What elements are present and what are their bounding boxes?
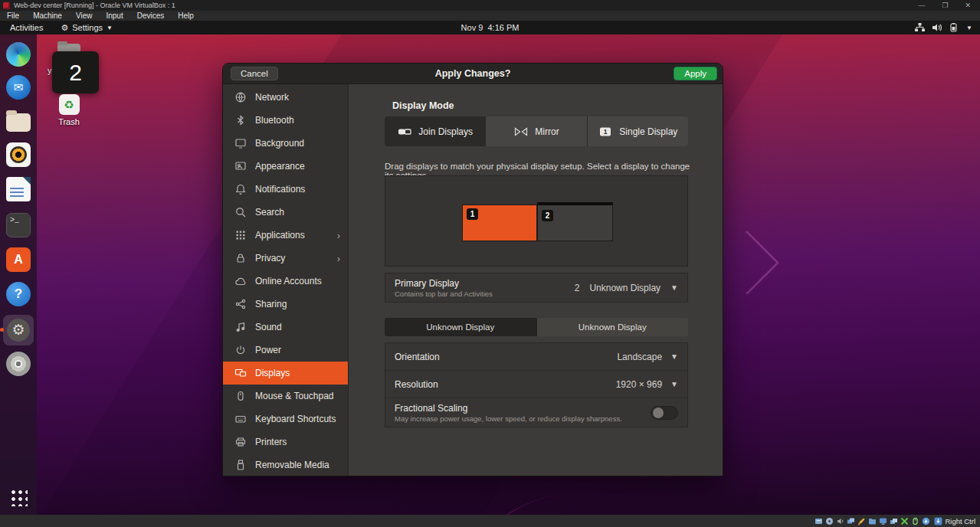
- chevron-down-icon: ▼: [670, 283, 678, 292]
- sidebar-item-background[interactable]: Background: [223, 132, 348, 155]
- fractional-scaling-toggle[interactable]: [651, 406, 678, 420]
- sidebar-item-keyboard-shortcuts[interactable]: Keyboard Shortcuts: [223, 408, 348, 430]
- sidebar-item-notifications[interactable]: Notifications: [223, 178, 348, 201]
- usb-icon[interactable]: [857, 517, 866, 525]
- fractional-scaling-row: Fractional Scaling May increase power us…: [385, 398, 687, 427]
- minimize-button[interactable]: —: [918, 2, 925, 9]
- displays-icon: [234, 367, 247, 379]
- display-2-badge: 2: [542, 210, 553, 221]
- primary-display-row[interactable]: Primary Display Contains top bar and Act…: [385, 273, 688, 303]
- sidebar-item-search[interactable]: Search: [223, 201, 348, 224]
- dock-ubuntu-software[interactable]: A: [6, 247, 31, 272]
- sidebar-label: Bluetooth: [255, 115, 294, 126]
- resolution-row[interactable]: Resolution 1920 × 969 ▼: [385, 371, 687, 398]
- sidebar-item-applications[interactable]: Applications ›: [223, 224, 348, 247]
- dock-terminal[interactable]: >_: [6, 213, 31, 237]
- mouse-integration-icon[interactable]: [911, 517, 919, 525]
- tab-unknown-display-1[interactable]: Unknown Display: [385, 318, 537, 336]
- sidebar-item-sound[interactable]: Sound: [223, 316, 348, 339]
- tab-single-display[interactable]: 1 Single Display: [588, 116, 688, 146]
- dock-settings-active[interactable]: ⚙: [3, 315, 34, 345]
- system-tray[interactable]: ▼: [915, 23, 980, 32]
- apply-button[interactable]: Apply: [674, 67, 717, 80]
- wallpaper-shape: [487, 478, 678, 515]
- chevron-down-icon: ▼: [107, 25, 113, 31]
- cloud-icon: [234, 275, 247, 287]
- time-label: 4:16 PM: [487, 23, 519, 32]
- menu-help[interactable]: Help: [171, 11, 201, 20]
- primary-display-dropdown[interactable]: 2 Unknown Display ▼: [575, 283, 678, 293]
- sidebar-item-online-accounts[interactable]: Online Accounts: [223, 270, 348, 293]
- dock-help[interactable]: ?: [6, 282, 31, 306]
- display-2-thumbnail[interactable]: 2: [537, 202, 613, 241]
- gear-icon: ⚙: [7, 319, 30, 342]
- orientation-dropdown[interactable]: Landscape ▼: [617, 352, 678, 362]
- sidebar-item-power[interactable]: Power: [223, 339, 348, 362]
- dock-files[interactable]: [6, 110, 31, 134]
- tab-mirror[interactable]: Mirror: [486, 116, 587, 146]
- activities-button[interactable]: Activities: [0, 21, 53, 34]
- keyboard-icon[interactable]: [922, 517, 930, 525]
- sidebar-label: Removable Media: [255, 460, 329, 470]
- clock[interactable]: Nov 9 4:16 PM: [0, 23, 980, 32]
- optical-disc-icon[interactable]: [825, 517, 834, 525]
- sidebar-label: Sharing: [255, 299, 287, 309]
- dock-rhythmbox[interactable]: [6, 142, 31, 167]
- folder-label-fragment: y: [48, 66, 52, 75]
- chevron-down-icon: ▼: [670, 352, 678, 361]
- display-icon[interactable]: [879, 517, 887, 525]
- display-mode-heading: Display Mode: [392, 100, 454, 111]
- dock-edge-browser[interactable]: [6, 42, 31, 67]
- sidebar-item-privacy[interactable]: Privacy ›: [223, 247, 348, 270]
- menu-input[interactable]: Input: [99, 11, 129, 20]
- close-button[interactable]: ✕: [965, 2, 971, 9]
- resolution-dropdown[interactable]: 1920 × 969 ▼: [616, 379, 678, 390]
- menu-file[interactable]: File: [0, 11, 26, 20]
- sidebar-label: Privacy: [255, 253, 285, 264]
- host-key-indicator: Right Ctrl: [934, 517, 980, 525]
- tab-label: Single Display: [619, 126, 677, 137]
- sidebar-label: Appearance: [255, 161, 305, 172]
- display-1-thumbnail[interactable]: 1: [462, 205, 537, 241]
- monitor-tabs: Unknown Display Unknown Display: [385, 318, 688, 336]
- sidebar-item-displays[interactable]: Displays: [223, 362, 348, 385]
- power-icon: [234, 344, 247, 356]
- sidebar-item-bluetooth[interactable]: Bluetooth: [223, 109, 348, 132]
- trash[interactable]: ♻ Trash: [48, 94, 90, 126]
- sidebar-label: Sound: [255, 322, 282, 332]
- orientation-row[interactable]: Orientation Landscape ▼: [385, 343, 687, 371]
- sidebar-label: Network: [255, 92, 289, 103]
- network-adapter-icon[interactable]: [847, 517, 855, 525]
- edge-icon: [6, 42, 31, 67]
- menu-devices[interactable]: Devices: [130, 11, 172, 20]
- sidebar-item-appearance[interactable]: Appearance: [223, 155, 348, 178]
- show-applications-button[interactable]: [9, 488, 28, 506]
- sidebar-item-mouse-touchpad[interactable]: Mouse & Touchpad: [223, 385, 348, 408]
- note-icon: [234, 321, 247, 333]
- menu-view[interactable]: View: [69, 11, 100, 20]
- sidebar-item-removable-media[interactable]: Removable Media: [223, 453, 348, 476]
- tab-unknown-display-2[interactable]: Unknown Display: [537, 318, 689, 336]
- dock-disc-burner[interactable]: [6, 352, 31, 376]
- cancel-button[interactable]: Cancel: [231, 67, 278, 80]
- sidebar-item-network[interactable]: Network: [223, 86, 348, 109]
- window-header: Cancel Apply Changes? Apply: [223, 64, 723, 84]
- dock-thunderbird[interactable]: ✉: [6, 75, 31, 100]
- hard-disk-icon[interactable]: [814, 517, 823, 525]
- audio-icon[interactable]: [836, 517, 844, 525]
- recording-icon[interactable]: [890, 517, 898, 525]
- tab-join-displays[interactable]: Join Displays: [385, 116, 486, 146]
- gear-icon: ⚙: [61, 23, 68, 33]
- dock-libreoffice-writer[interactable]: [6, 177, 31, 201]
- sidebar-item-sharing[interactable]: Sharing: [223, 293, 348, 316]
- sidebar-item-printers[interactable]: Printers: [223, 430, 348, 453]
- speaker-icon: [6, 142, 31, 167]
- shared-folder-icon[interactable]: [868, 517, 877, 525]
- maximize-button[interactable]: ❐: [942, 2, 948, 9]
- sidebar-label: Displays: [255, 368, 290, 378]
- menu-machine[interactable]: Machine: [26, 11, 69, 20]
- sidebar-label: Mouse & Touchpad: [255, 391, 334, 401]
- app-menu-settings[interactable]: ⚙ Settings ▼: [53, 21, 120, 34]
- features-icon[interactable]: [900, 517, 909, 525]
- printer-icon: [234, 436, 247, 448]
